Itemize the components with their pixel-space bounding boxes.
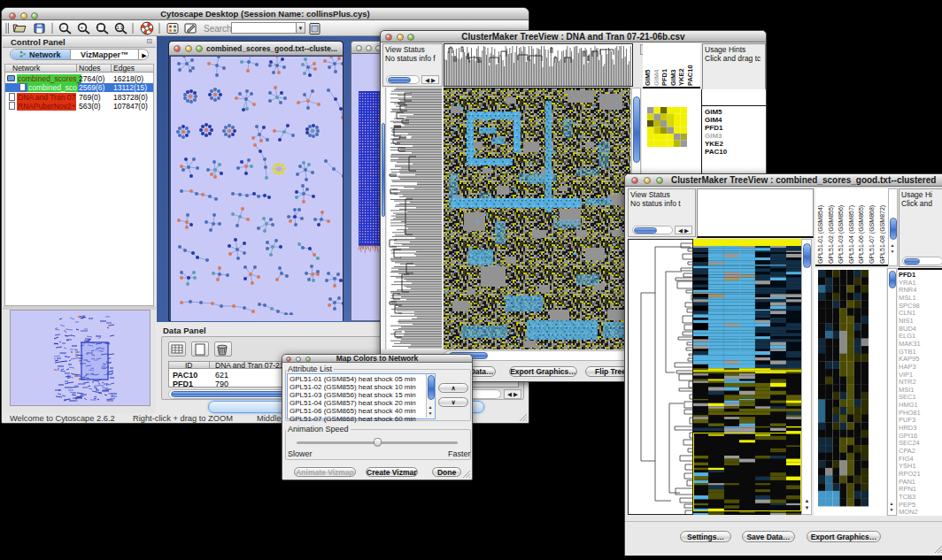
svg-text:+: + [81, 25, 83, 30]
svg-text:1:1: 1:1 [117, 25, 123, 30]
svg-text:−: − [62, 25, 65, 30]
